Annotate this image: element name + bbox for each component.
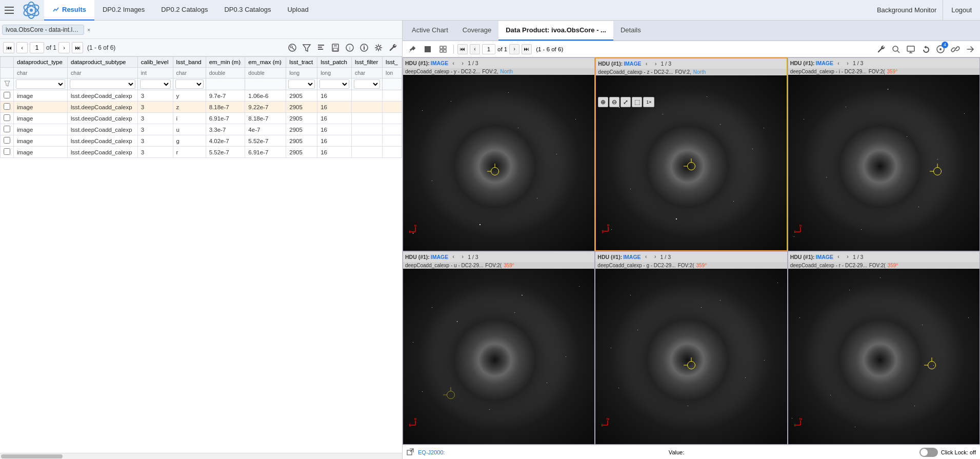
img-tool-display[interactable] [904, 43, 917, 56]
logout-button[interactable]: Logout [943, 0, 980, 21]
img-prev-page-button[interactable]: ‹ [470, 44, 480, 54]
tab-active-chart[interactable]: Active Chart [405, 21, 455, 41]
tab-coverage[interactable]: Coverage [455, 21, 498, 41]
image-body-img-u[interactable]: N E [403, 269, 594, 445]
img-next-img-z[interactable]: › [652, 59, 660, 68]
table-tool-settings[interactable] [372, 42, 385, 54]
tab-data-product[interactable]: Data Product: ivoa.ObsCore - ... [498, 21, 613, 41]
row-checkbox[interactable] [4, 126, 10, 132]
table-row[interactable]: image lsst.deepCoadd_calexp 3 z 8.18e-7 … [1, 102, 402, 113]
img-next-img-r[interactable]: › [844, 253, 852, 261]
tab-details[interactable]: Details [613, 21, 648, 41]
click-lock-toggle[interactable] [919, 448, 938, 457]
img-tool-wrench[interactable] [874, 43, 888, 56]
tab-dp03-catalogs[interactable]: DP0.3 Catalogs [216, 0, 279, 21]
tab-upload[interactable]: Upload [279, 0, 316, 21]
page-number-input[interactable] [30, 42, 44, 53]
table-tool-save[interactable] [329, 42, 342, 54]
row-checkbox-cell[interactable] [1, 124, 14, 135]
img-prev-img-r[interactable]: ‹ [834, 253, 843, 261]
background-monitor-button[interactable]: Background Monitor [871, 0, 943, 21]
table-row[interactable]: image lsst.deepCoadd_calexp 3 i 6.91e-7 … [1, 113, 402, 124]
zoom-out-button[interactable]: ⊖ [609, 97, 619, 107]
img-tool-link[interactable] [949, 43, 962, 56]
image-body-img-r[interactable]: N E [788, 269, 979, 445]
table-tab-close[interactable]: × [87, 27, 90, 33]
table-tool-wrench[interactable] [387, 42, 399, 54]
row-checkbox[interactable] [4, 114, 10, 121]
img-tool-rotate[interactable] [919, 43, 932, 56]
table-tab-label[interactable]: ivoa.ObsCore - data-int.lss... [2, 25, 84, 35]
row-checkbox-cell[interactable] [1, 147, 14, 158]
image-cell-img-i[interactable]: HDU (#1): IMAGE ‹ › 1 / 3 deepCoadd_cale… [788, 57, 980, 251]
zoom-fit-button[interactable]: ⤢ [621, 97, 631, 107]
first-page-button[interactable]: ⏮ [3, 42, 14, 53]
filter-lsst-band[interactable] [175, 79, 204, 89]
row-checkbox-cell[interactable] [1, 90, 14, 102]
image-body-img-g[interactable]: N E [595, 269, 787, 445]
img-tool-arrow[interactable] [964, 43, 977, 56]
img-next-img-y[interactable]: › [458, 59, 467, 67]
img-prev-img-z[interactable]: ‹ [643, 59, 651, 68]
row-checkbox-cell[interactable] [1, 113, 14, 124]
last-page-button[interactable]: ⏭ [72, 42, 83, 53]
img-prev-img-y[interactable]: ‹ [449, 59, 457, 67]
image-body-img-y[interactable]: N E [403, 75, 594, 251]
image-cell-img-z[interactable]: HDU (#1): IMAGE ‹ › 1 / 3 deepCoadd_cale… [595, 57, 787, 251]
img-next-img-i[interactable]: › [844, 59, 852, 67]
img-prev-img-i[interactable]: ‹ [834, 59, 843, 67]
row-checkbox[interactable] [4, 103, 10, 110]
zoom-in-button[interactable]: ⊕ [598, 97, 608, 107]
filter-dataproduct-subtype[interactable] [70, 79, 135, 89]
external-link-icon[interactable] [407, 448, 414, 456]
tab-dp02-images[interactable]: DP0.2 Images [94, 0, 153, 21]
img-next-img-u[interactable]: › [458, 253, 467, 261]
tab-results[interactable]: Results [44, 0, 94, 21]
hamburger-button[interactable] [0, 0, 18, 21]
img-page-input[interactable] [482, 44, 495, 54]
row-checkbox-cell[interactable] [1, 102, 14, 113]
zoom-1x-button[interactable]: 1× [643, 97, 654, 107]
img-last-page-button[interactable]: ⏭ [522, 44, 532, 54]
img-tool-catalog[interactable]: 4 [934, 43, 947, 56]
img-first-page-button[interactable]: ⏮ [457, 44, 468, 54]
image-cell-img-y[interactable]: HDU (#1): IMAGE ‹ › 1 / 3 deepCoadd_cale… [403, 57, 595, 251]
row-checkbox[interactable] [4, 92, 10, 98]
filter-dataproduct-type[interactable] [16, 79, 65, 89]
next-page-button[interactable]: › [58, 42, 70, 53]
image-cell-img-g[interactable]: HDU (#1): IMAGE ‹ › 1 / 3 deepCoadd_cale… [595, 251, 787, 445]
tab-dp02-catalogs[interactable]: DP0.2 Catalogs [153, 0, 216, 21]
image-cell-img-u[interactable]: HDU (#1): IMAGE ‹ › 1 / 3 deepCoadd_cale… [403, 251, 595, 445]
img-next-img-g[interactable]: › [651, 253, 659, 261]
table-tool-filter[interactable] [301, 42, 313, 54]
prev-page-button[interactable]: ‹ [16, 42, 28, 53]
filter-lsst-patch[interactable] [319, 79, 349, 89]
single-grid-button[interactable] [421, 43, 434, 56]
table-tool-export[interactable]: i [344, 42, 356, 54]
filter-lsst-filter[interactable] [354, 79, 380, 89]
table-tool-info[interactable] [358, 42, 370, 54]
scroll-thumb[interactable] [1, 454, 63, 458]
row-checkbox[interactable] [4, 137, 10, 144]
img-prev-img-g[interactable]: ‹ [642, 253, 650, 261]
multi-grid-button[interactable] [436, 43, 450, 56]
img-prev-img-u[interactable]: ‹ [449, 253, 457, 261]
horizontal-scrollbar[interactable] [0, 453, 402, 459]
table-row[interactable]: image lsst.deepCoadd_calexp 3 u 3.3e-7 4… [1, 124, 402, 135]
image-body-img-i[interactable]: N E [788, 75, 979, 251]
table-tool-format[interactable] [315, 42, 327, 54]
img-tool-search[interactable] [889, 43, 903, 56]
filter-calib-level[interactable] [140, 79, 171, 89]
img-next-page-button[interactable]: › [509, 44, 519, 54]
table-row[interactable]: image lsst.deepCoadd_calexp 3 g 4.02e-7 … [1, 135, 402, 147]
zoom-select-button[interactable]: ⬚ [632, 97, 642, 107]
filter-lsst-tract[interactable] [288, 79, 315, 89]
table-tool-chemistry[interactable] [286, 42, 298, 54]
table-row[interactable]: image lsst.deepCoadd_calexp 3 r 5.52e-7 … [1, 147, 402, 158]
image-cell-img-r[interactable]: HDU (#1): IMAGE ‹ › 1 / 3 deepCoadd_cale… [788, 251, 980, 445]
row-checkbox[interactable] [4, 148, 10, 155]
table-row[interactable]: image lsst.deepCoadd_calexp 3 y 9.7e-7 1… [1, 90, 402, 102]
row-checkbox-cell[interactable] [1, 135, 14, 147]
pin-button[interactable] [406, 43, 419, 56]
image-body-img-z[interactable]: ⊕ ⊖ ⤢ ⬚ 1× N E [596, 75, 786, 250]
